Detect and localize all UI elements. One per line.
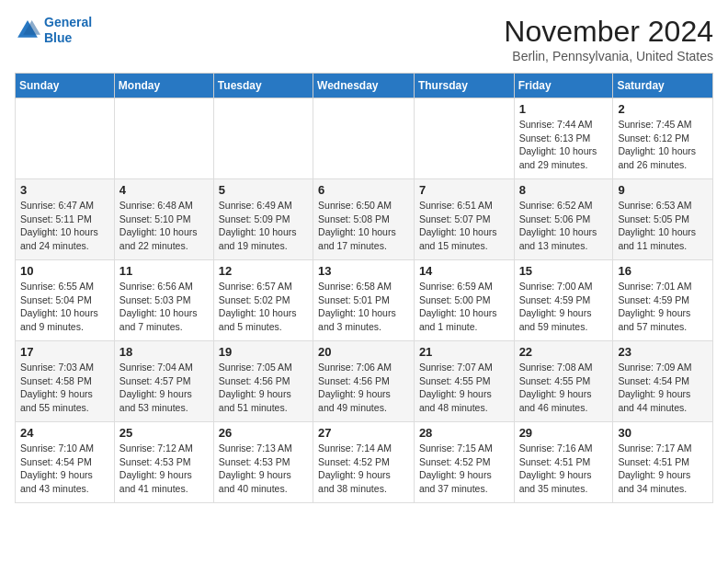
day-number: 4 — [119, 183, 209, 197]
location: Berlin, Pennsylvania, United States — [504, 49, 713, 63]
day-info: Sunrise: 7:12 AMSunset: 4:53 PMDaylight:… — [119, 442, 209, 496]
day-cell: 21Sunrise: 7:07 AMSunset: 4:55 PMDayligh… — [414, 341, 514, 422]
day-number: 3 — [20, 183, 109, 197]
day-number: 25 — [119, 426, 209, 440]
logo-text: General Blue — [44, 15, 92, 46]
day-info: Sunrise: 7:05 AMSunset: 4:56 PMDaylight:… — [219, 361, 308, 415]
day-info: Sunrise: 6:58 AMSunset: 5:01 PMDaylight:… — [318, 280, 409, 334]
day-number: 14 — [419, 264, 509, 278]
day-info: Sunrise: 7:44 AMSunset: 6:13 PMDaylight:… — [519, 118, 609, 172]
day-info: Sunrise: 7:10 AMSunset: 4:54 PMDaylight:… — [20, 442, 109, 496]
day-cell: 3Sunrise: 6:47 AMSunset: 5:11 PMDaylight… — [16, 179, 115, 260]
day-cell: 12Sunrise: 6:57 AMSunset: 5:02 PMDayligh… — [213, 260, 313, 341]
week-row-0: 1Sunrise: 7:44 AMSunset: 6:13 PMDaylight… — [16, 98, 713, 179]
day-cell: 24Sunrise: 7:10 AMSunset: 4:54 PMDayligh… — [16, 422, 115, 503]
weekday-header-wednesday: Wednesday — [313, 74, 415, 98]
day-number: 12 — [219, 264, 308, 278]
day-number: 20 — [318, 345, 409, 359]
weekday-header-row: SundayMondayTuesdayWednesdayThursdayFrid… — [16, 74, 713, 98]
week-row-1: 3Sunrise: 6:47 AMSunset: 5:11 PMDaylight… — [16, 179, 713, 260]
day-cell — [414, 98, 514, 179]
day-info: Sunrise: 6:53 AMSunset: 5:05 PMDaylight:… — [618, 199, 708, 253]
page-header: General Blue November 2024 Berlin, Penns… — [15, 15, 713, 63]
calendar: SundayMondayTuesdayWednesdayThursdayFrid… — [15, 73, 713, 503]
day-info: Sunrise: 6:52 AMSunset: 5:06 PMDaylight:… — [519, 199, 609, 253]
day-number: 11 — [119, 264, 209, 278]
day-cell: 2Sunrise: 7:45 AMSunset: 6:12 PMDaylight… — [613, 98, 713, 179]
weekday-header-thursday: Thursday — [414, 74, 514, 98]
day-cell: 17Sunrise: 7:03 AMSunset: 4:58 PMDayligh… — [16, 341, 115, 422]
day-number: 9 — [618, 183, 708, 197]
weekday-header-monday: Monday — [114, 74, 213, 98]
weekday-header-friday: Friday — [514, 74, 613, 98]
day-number: 23 — [618, 345, 708, 359]
month-title: November 2024 — [504, 15, 713, 49]
weekday-header-saturday: Saturday — [613, 74, 713, 98]
day-cell: 8Sunrise: 6:52 AMSunset: 5:06 PMDaylight… — [514, 179, 613, 260]
day-number: 16 — [618, 264, 708, 278]
week-row-3: 17Sunrise: 7:03 AMSunset: 4:58 PMDayligh… — [16, 341, 713, 422]
day-cell: 19Sunrise: 7:05 AMSunset: 4:56 PMDayligh… — [213, 341, 313, 422]
day-info: Sunrise: 6:56 AMSunset: 5:03 PMDaylight:… — [119, 280, 209, 334]
day-number: 24 — [20, 426, 109, 440]
day-cell: 29Sunrise: 7:16 AMSunset: 4:51 PMDayligh… — [514, 422, 613, 503]
day-cell: 15Sunrise: 7:00 AMSunset: 4:59 PMDayligh… — [514, 260, 613, 341]
day-cell: 1Sunrise: 7:44 AMSunset: 6:13 PMDaylight… — [514, 98, 613, 179]
day-number: 28 — [419, 426, 509, 440]
week-row-4: 24Sunrise: 7:10 AMSunset: 4:54 PMDayligh… — [16, 422, 713, 503]
day-cell: 6Sunrise: 6:50 AMSunset: 5:08 PMDaylight… — [313, 179, 415, 260]
day-number: 1 — [519, 102, 609, 116]
day-info: Sunrise: 6:48 AMSunset: 5:10 PMDaylight:… — [119, 199, 209, 253]
day-cell — [313, 98, 415, 179]
day-info: Sunrise: 7:08 AMSunset: 4:55 PMDaylight:… — [519, 361, 609, 415]
day-number: 30 — [618, 426, 708, 440]
day-info: Sunrise: 7:01 AMSunset: 4:59 PMDaylight:… — [618, 280, 708, 334]
day-number: 22 — [519, 345, 609, 359]
day-info: Sunrise: 7:06 AMSunset: 4:56 PMDaylight:… — [318, 361, 409, 415]
day-cell: 13Sunrise: 6:58 AMSunset: 5:01 PMDayligh… — [313, 260, 415, 341]
day-cell: 26Sunrise: 7:13 AMSunset: 4:53 PMDayligh… — [213, 422, 313, 503]
day-info: Sunrise: 6:57 AMSunset: 5:02 PMDaylight:… — [219, 280, 308, 334]
day-number: 2 — [618, 102, 708, 116]
day-cell: 18Sunrise: 7:04 AMSunset: 4:57 PMDayligh… — [114, 341, 213, 422]
day-info: Sunrise: 7:03 AMSunset: 4:58 PMDaylight:… — [20, 361, 109, 415]
day-number: 18 — [119, 345, 209, 359]
day-cell: 4Sunrise: 6:48 AMSunset: 5:10 PMDaylight… — [114, 179, 213, 260]
day-info: Sunrise: 7:14 AMSunset: 4:52 PMDaylight:… — [318, 442, 409, 496]
day-number: 29 — [519, 426, 609, 440]
weekday-header-sunday: Sunday — [16, 74, 115, 98]
day-number: 10 — [20, 264, 109, 278]
weekday-header-tuesday: Tuesday — [213, 74, 313, 98]
logo-line1: General — [44, 15, 92, 30]
day-cell: 22Sunrise: 7:08 AMSunset: 4:55 PMDayligh… — [514, 341, 613, 422]
day-info: Sunrise: 7:00 AMSunset: 4:59 PMDaylight:… — [519, 280, 609, 334]
day-number: 21 — [419, 345, 509, 359]
day-info: Sunrise: 6:49 AMSunset: 5:09 PMDaylight:… — [219, 199, 308, 253]
day-info: Sunrise: 7:45 AMSunset: 6:12 PMDaylight:… — [618, 118, 708, 172]
day-number: 13 — [318, 264, 409, 278]
day-cell: 20Sunrise: 7:06 AMSunset: 4:56 PMDayligh… — [313, 341, 415, 422]
day-info: Sunrise: 7:17 AMSunset: 4:51 PMDaylight:… — [618, 442, 708, 496]
week-row-2: 10Sunrise: 6:55 AMSunset: 5:04 PMDayligh… — [16, 260, 713, 341]
day-info: Sunrise: 7:15 AMSunset: 4:52 PMDaylight:… — [419, 442, 509, 496]
day-cell: 11Sunrise: 6:56 AMSunset: 5:03 PMDayligh… — [114, 260, 213, 341]
day-cell — [213, 98, 313, 179]
day-info: Sunrise: 6:55 AMSunset: 5:04 PMDaylight:… — [20, 280, 109, 334]
day-cell: 5Sunrise: 6:49 AMSunset: 5:09 PMDaylight… — [213, 179, 313, 260]
day-info: Sunrise: 6:50 AMSunset: 5:08 PMDaylight:… — [318, 199, 409, 253]
day-info: Sunrise: 7:09 AMSunset: 4:54 PMDaylight:… — [618, 361, 708, 415]
day-cell — [114, 98, 213, 179]
day-info: Sunrise: 7:07 AMSunset: 4:55 PMDaylight:… — [419, 361, 509, 415]
day-cell: 27Sunrise: 7:14 AMSunset: 4:52 PMDayligh… — [313, 422, 415, 503]
logo-line2: Blue — [44, 30, 92, 46]
day-cell: 14Sunrise: 6:59 AMSunset: 5:00 PMDayligh… — [414, 260, 514, 341]
title-section: November 2024 Berlin, Pennsylvania, Unit… — [504, 15, 713, 63]
day-cell: 16Sunrise: 7:01 AMSunset: 4:59 PMDayligh… — [613, 260, 713, 341]
day-cell: 9Sunrise: 6:53 AMSunset: 5:05 PMDaylight… — [613, 179, 713, 260]
day-info: Sunrise: 6:59 AMSunset: 5:00 PMDaylight:… — [419, 280, 509, 334]
day-cell: 10Sunrise: 6:55 AMSunset: 5:04 PMDayligh… — [16, 260, 115, 341]
day-info: Sunrise: 6:51 AMSunset: 5:07 PMDaylight:… — [419, 199, 509, 253]
day-cell: 7Sunrise: 6:51 AMSunset: 5:07 PMDaylight… — [414, 179, 514, 260]
day-info: Sunrise: 7:04 AMSunset: 4:57 PMDaylight:… — [119, 361, 209, 415]
day-number: 6 — [318, 183, 409, 197]
